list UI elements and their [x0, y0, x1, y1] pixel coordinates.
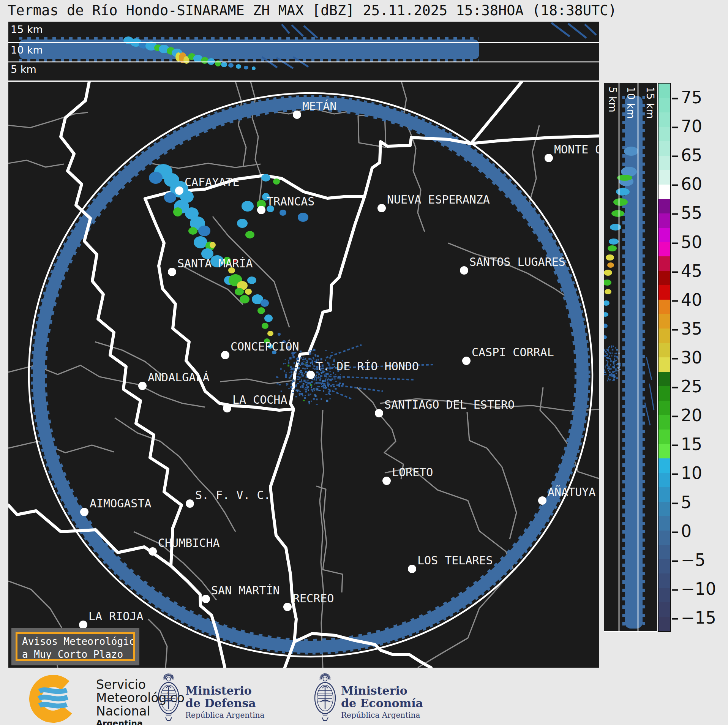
top-profile-5km-label: 5 km [11, 63, 36, 75]
clutter-speckle [279, 384, 281, 385]
radar-echo [245, 231, 254, 239]
clutter-speckle [297, 383, 298, 384]
clutter-speckle [292, 356, 294, 358]
clutter-speckle [285, 359, 286, 360]
clutter-speckle [312, 379, 313, 380]
clutter-speckle [607, 380, 608, 381]
ministerio-defensa-text: Ministerio de Defensa República Argentin… [185, 684, 264, 720]
clutter-speckle [614, 355, 616, 357]
colorbar-tick-mark [672, 127, 678, 128]
clutter-speckle [295, 367, 297, 368]
echo-streak [649, 384, 654, 410]
defensa-line2: de Defensa [185, 697, 264, 709]
clutter-speckle [299, 391, 301, 392]
city-label: T. DE RÍO HONDO [316, 360, 419, 373]
clutter-speckle [286, 384, 287, 385]
clutter-speckle [291, 374, 292, 376]
clutter-speckle [327, 385, 329, 387]
clutter-speckle [609, 374, 610, 375]
clutter-speckle [289, 372, 290, 373]
city-dot [175, 186, 183, 195]
clutter-speckle [313, 353, 313, 354]
colorbar-tick-label: 70 [672, 117, 702, 136]
profile-echo [605, 289, 611, 294]
colorbar-tick-label: 15 [672, 434, 702, 454]
clutter-speckle [613, 367, 615, 368]
clutter-speckle [328, 378, 329, 380]
clutter-speckle [301, 379, 302, 381]
colorbar-tick-mark [672, 185, 678, 186]
clutter-speckle [284, 363, 286, 364]
clutter-speckle [306, 380, 308, 381]
clutter-speckle [606, 365, 607, 366]
profile-echo [215, 60, 221, 66]
clutter-speckle [300, 370, 302, 372]
clutter-speckle [304, 365, 306, 365]
echo-streak [282, 24, 289, 33]
city-label: CONCEPCIÓN [231, 340, 299, 353]
city-label: NUEVA ESPERANZA [387, 193, 490, 206]
clutter-speckle [617, 370, 618, 371]
colorbar-tick-mark [672, 474, 678, 475]
colorbar-segment [659, 314, 670, 329]
clutter-speckle [325, 373, 327, 376]
clutter-speckle [327, 373, 329, 375]
clutter-speckle [613, 376, 615, 378]
clutter-speckle [276, 377, 278, 378]
smn-logo-icon [20, 674, 96, 725]
clutter-speckle [313, 368, 314, 369]
city-dot [462, 357, 471, 365]
clutter-speckle [614, 365, 615, 366]
radar-echo [261, 299, 269, 307]
clutter-speckle [607, 361, 608, 362]
colorbar-segment [659, 98, 670, 112]
clutter-speckle [303, 357, 304, 358]
clutter-speckle [310, 351, 313, 352]
radar-echo [264, 314, 273, 322]
clutter-speckle [308, 365, 310, 366]
colorbar-segment [659, 531, 670, 545]
clutter-speckle [617, 367, 618, 368]
right-profile-5km-label: 5 km [607, 87, 619, 112]
radar-map-panel-art: METÁNMONTE QCAFAYATETRANCASNUEVA ESPERAN… [8, 82, 599, 668]
colorbar-segment [659, 199, 670, 213]
clutter-speckle [300, 357, 302, 359]
clutter-speckle [295, 396, 297, 397]
economia-line1: Ministerio [341, 684, 423, 697]
clutter-speckle [314, 384, 315, 385]
clutter-speckle [298, 390, 299, 392]
colorbar-tick-mark [672, 618, 678, 619]
clutter-speckle [300, 386, 301, 388]
radar-echo [242, 201, 254, 212]
department-border [8, 160, 64, 167]
profile-echo [604, 270, 612, 276]
colorbar-segment [659, 285, 670, 300]
clutter-speckle [306, 384, 307, 386]
clutter-speckle [329, 398, 331, 399]
clutter-speckle [294, 368, 295, 371]
city-dot [293, 111, 301, 119]
clutter-speckle [299, 381, 301, 382]
clutter-speckle [305, 395, 306, 396]
clutter-speckle [606, 357, 607, 359]
clutter-speckle [606, 360, 607, 361]
alerts-box[interactable]: Avisos Meteorológicos a Muy Corto Plazo [11, 628, 139, 665]
clutter-speckle [325, 379, 326, 381]
profile-echo [228, 63, 234, 68]
colorbar-segment [659, 458, 670, 473]
clutter-speckle [318, 376, 319, 376]
clutter-speckle [316, 398, 318, 400]
city-dot [202, 595, 210, 603]
clutter-speckle [291, 371, 292, 373]
clutter-speckle [610, 379, 611, 380]
clutter-speckle [330, 380, 332, 381]
clutter-speckle [292, 374, 293, 374]
department-border [148, 619, 167, 668]
clutter-speckle [616, 357, 618, 358]
clutter-speckle [316, 382, 317, 384]
clutter-speckle [317, 355, 319, 357]
city-dot [168, 268, 176, 276]
city-label: ANDALGALÁ [148, 371, 210, 384]
clutter-speckle [613, 363, 615, 365]
profile-echo [607, 262, 614, 268]
